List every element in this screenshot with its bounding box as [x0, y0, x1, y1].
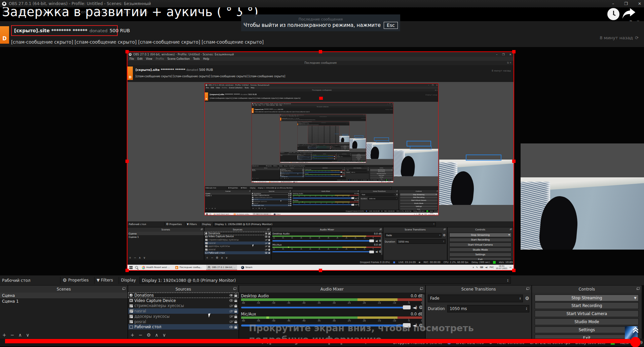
lock-icon[interactable] [290, 205, 291, 206]
taskbar-item-steam[interactable]: Steam [305, 162, 308, 163]
scene-up-button[interactable]: ∧ [256, 178, 257, 179]
language-indicator[interactable]: РУС [346, 150, 347, 151]
filters-button[interactable]: ▼Filters [94, 277, 115, 284]
remove-scene-button[interactable]: − [10, 332, 14, 338]
volume-slider-handle[interactable] [403, 305, 411, 310]
notification-icon[interactable]: ▭ [509, 266, 512, 269]
visibility-eye-icon[interactable] [265, 233, 267, 234]
scene-item[interactable]: Сцена 1 [127, 235, 204, 238]
dock-float-icon[interactable] [123, 287, 125, 290]
refresh-icon[interactable]: ⟳ [635, 35, 639, 40]
taskbar-item-chrome[interactable]: Health Resort west ... [299, 150, 303, 151]
spinner-icon[interactable]: ▴▾ [440, 234, 440, 236]
add-source-button[interactable]: + [253, 207, 254, 209]
dock-float-icon[interactable] [527, 287, 529, 290]
chevron-down-icon[interactable]: ▼ [508, 234, 510, 236]
source-properties-button[interactable]: ⚙ [300, 160, 301, 161]
notification-icon[interactable]: ▭ [349, 150, 349, 151]
lock-icon[interactable] [290, 200, 291, 200]
lock-icon[interactable] [268, 253, 270, 254]
taskbar-item-chrome[interactable]: Health Resort west ... [283, 162, 290, 163]
speaker-icon[interactable]: ◄) [343, 176, 344, 177]
lock-icon[interactable] [268, 233, 270, 234]
dock-float-icon[interactable] [336, 154, 337, 154]
selection-handle[interactable] [512, 50, 516, 53]
dock-float-icon[interactable] [392, 168, 393, 168]
source-up-button[interactable]: ∧ [155, 332, 158, 338]
scene-item[interactable]: Сцена 1 [297, 146, 308, 147]
start-recording-button[interactable]: Start Recording [535, 302, 639, 309]
dock-float-icon[interactable] [344, 168, 345, 168]
start-recording-button[interactable]: Start Recording [400, 196, 438, 199]
scene-item[interactable]: Сцена 1 [252, 170, 280, 172]
add-scene-button[interactable]: + [280, 160, 281, 161]
mixer-scrollbar[interactable] [345, 169, 345, 177]
lock-icon[interactable] [268, 240, 270, 241]
dock-float-icon[interactable] [201, 228, 203, 230]
lock-icon[interactable] [234, 316, 237, 318]
source-row[interactable]: Donations [204, 232, 270, 235]
duration-field[interactable]: 1050 ms ▴▾ [447, 305, 529, 312]
dock-float-icon[interactable] [380, 228, 382, 230]
stop-streaming-button[interactable]: Stop Streaming▼ [449, 233, 512, 237]
scene-down-button[interactable]: ∨ [26, 332, 29, 338]
volume-slider-handle[interactable] [341, 176, 342, 177]
stop-streaming-button[interactable]: Stop Streaming▼ [400, 193, 438, 196]
source-up-button[interactable]: ∧ [301, 160, 301, 161]
remove-scene-button[interactable]: − [281, 160, 282, 161]
volume-slider-handle[interactable] [351, 204, 354, 206]
source-properties-button[interactable]: ⚙ [284, 178, 285, 179]
settings-button[interactable]: Settings [535, 327, 639, 333]
add-source-button[interactable]: + [298, 160, 298, 161]
selection-handle[interactable] [512, 269, 516, 272]
taskbar-item-steam[interactable]: Steam [240, 265, 254, 270]
start-virtual-camera-button[interactable]: Start Virtual Camera [535, 310, 639, 317]
taskbar-item-donationalerts[interactable]: DПоследние сообщ... [269, 181, 280, 183]
speaker-icon[interactable]: ◄) [355, 204, 356, 206]
lock-icon[interactable] [234, 300, 237, 302]
scene-up-button[interactable]: ∧ [299, 149, 299, 149]
selection-border-bottom[interactable] [5, 339, 631, 343]
lock-icon[interactable] [311, 159, 312, 160]
source-up-button[interactable]: ∧ [286, 178, 287, 179]
scene-item[interactable]: Сцена 1 [280, 155, 297, 156]
transition-gear-icon[interactable]: ⚙ [396, 194, 398, 196]
source-row[interactable]: ддосеры хуесосы [252, 201, 292, 203]
remove-scene-button[interactable]: − [254, 178, 255, 179]
volume-slider[interactable] [272, 251, 374, 252]
search-icon[interactable] [282, 162, 282, 163]
spinner-icon[interactable]: ▴▾ [444, 241, 444, 243]
selection-handle[interactable] [125, 50, 129, 53]
duration-field[interactable]: 1050 ms ▴▾ [368, 197, 397, 200]
desktop-capture-selection[interactable]: OBS 27.0.1 (64-bit, windows) - Profile: … [127, 51, 514, 271]
source-row[interactable]: nasral [204, 242, 270, 245]
studio-mode-button[interactable]: Studio Mode [400, 202, 438, 205]
notification-icon[interactable]: ▭ [392, 181, 393, 182]
visibility-eye-off-icon[interactable] [302, 173, 303, 173]
visibility-eye-off-icon[interactable] [229, 305, 233, 307]
source-properties-button[interactable]: ⚙ [216, 256, 219, 259]
lock-icon[interactable] [268, 249, 270, 250]
lock-icon[interactable] [290, 198, 291, 198]
visibility-eye-off-icon[interactable] [288, 199, 290, 200]
start-menu-icon[interactable] [129, 266, 132, 269]
visibility-eye-icon[interactable] [229, 299, 233, 302]
lock-icon[interactable] [268, 243, 270, 244]
taskbar-item-steam[interactable]: Steam [312, 150, 314, 151]
visibility-eye-icon[interactable] [302, 176, 303, 177]
dock-float-icon[interactable] [358, 190, 359, 191]
lock-icon[interactable] [234, 327, 237, 329]
studio-mode-button[interactable]: Studio Mode [535, 318, 639, 325]
dock-float-icon[interactable] [311, 154, 312, 154]
notification-icon[interactable]: ▭ [437, 213, 438, 215]
dock-float-icon[interactable] [250, 190, 251, 191]
source-row[interactable]: стримснайперы хуесосы [204, 238, 270, 242]
dock-float-icon[interactable] [297, 154, 297, 154]
dock-float-icon[interactable] [366, 154, 366, 154]
taskbar-item-donationalerts[interactable]: DПоследние сообщ... [174, 265, 203, 270]
taskbar-item-steam[interactable]: Steam [293, 181, 298, 183]
source-row[interactable]: стримснайперы хуесосы [128, 303, 238, 309]
chevron-down-icon[interactable]: ▼ [436, 194, 437, 195]
add-source-button[interactable]: + [308, 149, 308, 149]
properties-button[interactable]: ⚙Properties [265, 165, 272, 167]
